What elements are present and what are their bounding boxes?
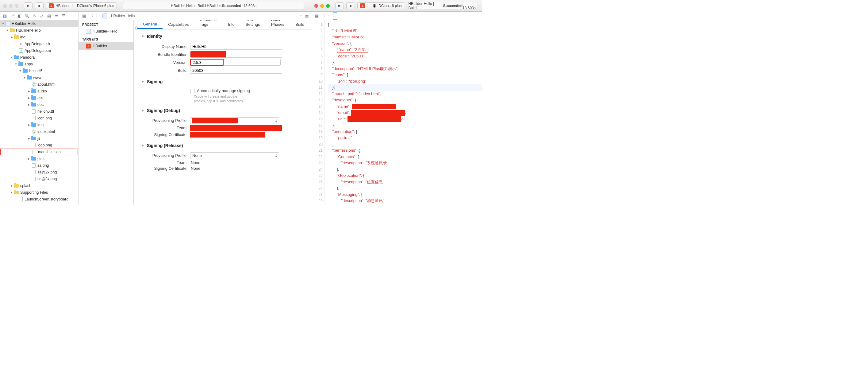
scheme-selector-right[interactable]: 5 〉 📱 DClou...6 plus (357, 2, 404, 9)
symbol-nav-icon[interactable]: ◧ (17, 13, 23, 19)
signing-section[interactable]: ▼Signing (141, 75, 304, 87)
issue-nav-icon[interactable]: ⚠ (31, 13, 37, 19)
nav-launchscreen[interactable]: LaunchScreen.storyboard (0, 196, 78, 203)
team-value-rel: None (190, 160, 200, 165)
zoom-dot[interactable] (326, 4, 330, 8)
outline-icon[interactable]: ▤ (305, 14, 309, 18)
tab-resource-tags[interactable]: Resource Tags (194, 20, 222, 29)
nav-sa2x[interactable]: sa@2x.png (0, 169, 78, 176)
forward-icon[interactable]: 〉 (327, 13, 331, 19)
close-dot[interactable] (3, 4, 7, 8)
nav-www[interactable]: ▼www (0, 74, 78, 81)
crumb-file[interactable]: HBuilder-Hello (111, 14, 135, 18)
tab-general[interactable]: General (137, 20, 162, 29)
folder-nav-icon[interactable]: ▥ (2, 13, 8, 19)
nav-root[interactable]: ▼HBuilder-Hello (0, 20, 78, 27)
nav-splash[interactable]: ▶splash (0, 182, 78, 189)
zoom-dot[interactable] (15, 4, 19, 8)
tab-build-rules[interactable]: Build (290, 20, 310, 29)
nav-pandora[interactable]: ▼Pandora (0, 54, 78, 61)
nav-inc[interactable]: ▶inc (0, 34, 78, 40)
status-time: | 13.603s (463, 2, 477, 10)
nav-about[interactable]: about.html (0, 81, 78, 88)
status-prefix: HBuilder-Hello | Build (408, 2, 443, 10)
tab-info[interactable]: Info (222, 20, 240, 29)
project-row[interactable]: HBuilder-Hello (79, 28, 133, 35)
jump-bar-right[interactable]: ▦ 〈 〉 HBuilder-Hello 〉 HBuilder-Hello 〉 … (311, 12, 482, 20)
version-label: Version (141, 60, 190, 65)
find-nav-icon[interactable]: 🔍 (24, 13, 30, 19)
nav-js[interactable]: ▶js (0, 135, 78, 142)
prov-profile-select[interactable]: ▴▾ (190, 117, 279, 124)
back-icon[interactable]: 〈 (90, 13, 93, 19)
identity-section[interactable]: ▼Identity (141, 29, 304, 42)
signing-debug-section[interactable]: ▼Signing (Debug) (141, 104, 304, 116)
project-header: PROJECT (79, 20, 133, 28)
status-prefix: HBuilder-Hello | Build HBuilder: (171, 4, 222, 8)
breakpoint-nav-icon[interactable]: ▭ (53, 13, 60, 19)
cert-label-rel: Signing Certificate (141, 166, 190, 171)
html5-icon: 5 (49, 3, 54, 8)
nav-doc[interactable]: ▶doc (0, 101, 78, 108)
targets-header: TARGETS (79, 35, 133, 42)
breadcrumb-seg[interactable]: Pandora (333, 12, 362, 13)
debug-nav-icon[interactable]: ▤ (46, 13, 52, 19)
tab-build-settings[interactable]: Build Settings (240, 20, 266, 29)
related-items-icon[interactable]: ▦ (314, 13, 320, 19)
nav-supporting[interactable]: ▼Supporting Files (0, 189, 78, 196)
code-editor[interactable]: 1234567891011121314151617181920212223242… (311, 20, 482, 205)
nav-group[interactable]: ▼HBuilder-Hello (0, 27, 78, 34)
stop-button[interactable]: ■ (35, 2, 43, 9)
cert-label: Signing Certificate (141, 132, 190, 137)
html5-icon: 5 (360, 3, 365, 8)
nav-plus[interactable]: ▶plus (0, 155, 78, 162)
nav-manifest[interactable]: manifest.json (0, 149, 78, 155)
source-control-icon[interactable]: ⎇ (9, 13, 16, 19)
bundle-id-input[interactable] (190, 51, 282, 58)
related-items-icon[interactable]: ▦ (81, 13, 87, 19)
back-icon[interactable]: 〈 (322, 13, 326, 19)
close-dot[interactable] (314, 4, 318, 8)
version-input[interactable] (190, 59, 224, 66)
nav-appdelegate-m[interactable]: mAppDelegate.m (0, 47, 78, 54)
nav-index[interactable]: index.html (0, 128, 78, 135)
auto-signing-checkbox[interactable] (190, 89, 194, 93)
tab-capabilities[interactable]: Capabilities (162, 20, 194, 29)
nav-appdelegate-h[interactable]: hAppDelegate.h (0, 40, 78, 47)
build-input[interactable] (190, 67, 282, 74)
nav-audio[interactable]: ▶audio (0, 88, 78, 94)
nav-img[interactable]: ▶img (0, 121, 78, 128)
warning-icon[interactable]: ⚠ (299, 14, 303, 18)
display-name-label: Display Name (141, 44, 190, 49)
project-navigator[interactable]: ▥ ⎇ ◧ 🔍 ⚠ ◇ ▤ ▭ ☰ ▼HBuilder-Hello ▼HBuil… (0, 12, 79, 205)
nav-css[interactable]: ▶css (0, 94, 78, 101)
version-input-extra[interactable] (224, 59, 281, 66)
minimize-dot[interactable] (320, 4, 324, 8)
stop-button[interactable]: ■ (346, 2, 355, 9)
jump-bar[interactable]: ▦ 〈 〉 HBuilder-Hello ⚠ ▤ (79, 12, 311, 20)
prov-profile-label: Provisioning Profile (141, 118, 190, 123)
prov-profile-select-rel[interactable]: None▴▾ (190, 152, 279, 159)
nav-sa[interactable]: sa.png (0, 162, 78, 169)
nav-helloh5[interactable]: ▼HelloH5 (0, 67, 78, 74)
nav-iconpng[interactable]: icon.png (0, 115, 78, 121)
tab-build-phases[interactable]: Build Phases (266, 20, 290, 29)
forward-icon[interactable]: 〉 (96, 13, 99, 19)
nav-apps[interactable]: ▼apps (0, 61, 78, 67)
nav-ttf[interactable]: helloh5.ttf (0, 108, 78, 115)
target-row[interactable]: 5HBuilder (79, 42, 133, 50)
signing-release-section[interactable]: ▼Signing (Release) (141, 139, 304, 151)
scheme-selector[interactable]: 5 HBuilder 〉 DCloud's iPhone6 plus (46, 2, 117, 9)
editor-area: ▦ 〈 〉 HBuilder-Hello ⚠ ▤ PROJECT HBuilde… (79, 12, 311, 205)
report-nav-icon[interactable]: ☰ (61, 13, 67, 19)
run-button[interactable]: ▶ (24, 2, 32, 9)
html5-icon: 5 (86, 44, 91, 49)
display-name-input[interactable] (190, 43, 282, 50)
auto-signing-label: Automatically manage signing (197, 88, 250, 93)
test-nav-icon[interactable]: ◇ (39, 13, 45, 19)
nav-sa3x[interactable]: sa@3x.png (0, 176, 78, 182)
run-button[interactable]: ▶ (335, 2, 344, 9)
nav-logo[interactable]: logo.png (0, 142, 78, 149)
minimize-dot[interactable] (9, 4, 12, 8)
code-content[interactable]: { "id": "HelloH5", "name": "HelloH5", "v… (325, 20, 482, 205)
